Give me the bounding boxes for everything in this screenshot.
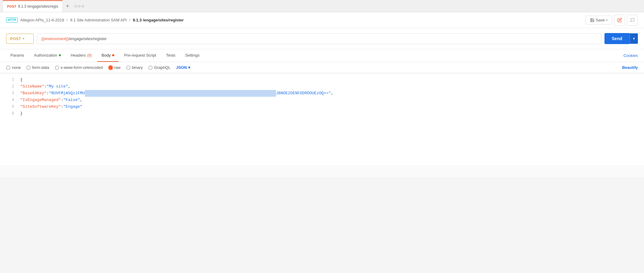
editor-wrapper: 1 { 2 "SiteName":"My site", 3 "Base64Key… — [0, 73, 644, 177]
tab-authorization[interactable]: Allegion APIs_11-6-2019 Authorization — [30, 49, 65, 62]
cookies-link[interactable]: Cookies — [623, 53, 638, 58]
radio-binary[interactable]: binary — [126, 65, 143, 70]
body-type-row: none form-data x-www-form-urlencoded raw… — [0, 62, 644, 73]
url-env-part: {{environment}} — [41, 36, 69, 41]
breadcrumb-bar: HTTP Allegion APIs_11-6-2019 / 9.1 Site … — [0, 12, 644, 28]
breadcrumb-collection[interactable]: Allegion APIs_11-6-2019 — [20, 18, 64, 22]
body-dot — [112, 54, 114, 56]
save-label: Save — [596, 18, 605, 22]
radio-none-label: none — [12, 65, 21, 70]
tab-headers-count: (9) — [87, 53, 92, 58]
save-icon — [590, 18, 594, 22]
comment-button[interactable] — [627, 15, 638, 26]
format-chevron: ▾ — [188, 65, 190, 70]
tab-tests-label: Tests — [166, 53, 175, 58]
code-line-4: 4 "IsEngageManaged":"False", — [0, 97, 644, 103]
radio-urlencoded-circle — [55, 65, 59, 70]
send-main-button[interactable]: Send — [604, 33, 630, 44]
tab-settings-label: Settings — [185, 53, 199, 58]
radio-none[interactable]: none — [6, 65, 21, 70]
send-chevron-button[interactable]: ▾ — [630, 33, 638, 44]
breadcrumb-actions: Save ▾ — [585, 15, 638, 26]
code-line-1: 1 { — [0, 77, 644, 83]
tab-params-label: Params — [10, 53, 24, 58]
http-badge: HTTP — [6, 17, 18, 23]
code-editor[interactable]: 1 { 2 "SiteName":"My site", 3 "Base64Key… — [0, 73, 644, 165]
line-num-4: 4 — [5, 97, 14, 103]
radio-graphql-circle — [148, 65, 153, 70]
method-label: POST — [10, 36, 21, 41]
add-tab-button[interactable]: + — [63, 3, 73, 9]
code-line-5: 5 "SiteSoftwareKey":"Engage" — [0, 103, 644, 110]
url-input[interactable]: {{environment}}/engage/sites/register — [37, 33, 601, 44]
tab-pre-request[interactable]: Pre-request Script — [120, 49, 161, 62]
line-num-2: 2 — [5, 83, 14, 90]
breadcrumb-sep-1: / — [66, 18, 68, 22]
tab-body-label: Body — [102, 53, 111, 58]
format-type: JSON — [176, 65, 187, 70]
more-tabs-button[interactable]: ○○○ — [72, 3, 87, 9]
radio-graphql[interactable]: GraphQL — [148, 65, 170, 70]
code-line-3: 3 "Base64Key":"RUVFMjA5QzlFMU JBNOE2OENF… — [0, 90, 644, 97]
tab-body[interactable]: Body — [97, 49, 119, 62]
radio-none-circle — [6, 65, 10, 70]
redacted-value — [85, 90, 276, 97]
format-select[interactable]: JSON ▾ — [176, 65, 190, 70]
tab-tests[interactable]: Tests — [162, 49, 180, 62]
tab-params[interactable]: Params — [6, 49, 28, 62]
radio-raw-circle — [108, 65, 113, 70]
radio-raw[interactable]: raw — [108, 65, 121, 70]
radio-binary-label: binary — [132, 65, 143, 70]
comment-icon — [630, 18, 635, 22]
breadcrumb-sep-2: / — [129, 18, 131, 22]
tab-headers-label: Headers — [71, 53, 86, 58]
line-num-5: 5 — [5, 103, 14, 110]
radio-raw-label: raw — [114, 65, 121, 70]
save-chevron: ▾ — [606, 18, 608, 22]
radio-form-data-circle — [26, 65, 31, 70]
tab-method: POST — [7, 5, 16, 8]
request-tabs: Params Allegion APIs_11-6-2019 Authoriza… — [0, 49, 644, 62]
edit-button[interactable] — [614, 15, 625, 26]
line-num-3: 3 — [5, 90, 14, 96]
radio-urlencoded[interactable]: x-www-form-urlencoded — [55, 65, 103, 70]
tab-bar: POST 9.1.3 /engage/sites/regis + ○○○ — [0, 0, 644, 12]
radio-form-data-label: form-data — [32, 65, 49, 70]
edit-icon — [617, 18, 622, 22]
radio-form-data[interactable]: form-data — [26, 65, 49, 70]
active-tab[interactable]: POST 9.1.3 /engage/sites/regis — [2, 0, 63, 12]
code-line-6: 6 } — [0, 110, 644, 117]
beautify-button[interactable]: Beautify — [622, 65, 638, 70]
save-button[interactable]: Save ▾ — [585, 16, 612, 24]
tab-headers[interactable]: Headers (9) — [66, 49, 96, 62]
radio-binary-circle — [126, 65, 131, 70]
method-chevron: ▾ — [23, 37, 25, 41]
send-button-group: Send ▾ — [604, 33, 638, 44]
breadcrumb-folder[interactable]: 9.1 Site Administration SAM API — [70, 18, 127, 22]
radio-urlencoded-label: x-www-form-urlencoded — [61, 65, 103, 70]
authorization-dot — [59, 54, 61, 56]
line-num-1: 1 — [5, 77, 14, 83]
tab-path: 9.1.3 /engage/sites/regis — [18, 4, 58, 9]
radio-graphql-label: GraphQL — [154, 65, 170, 70]
tab-settings[interactable]: Settings — [181, 49, 204, 62]
url-path-part: /engage/sites/register — [69, 36, 107, 41]
line-num-6: 6 — [5, 110, 14, 117]
code-line-2: 2 "SiteName":"My site", — [0, 83, 644, 90]
method-select[interactable]: POST ▾ — [6, 34, 34, 44]
tab-pre-request-label: Pre-request Script — [124, 53, 156, 58]
request-bar: POST ▾ {{environment}}/engage/sites/regi… — [0, 28, 644, 49]
breadcrumb-endpoint: 9.1.3 /engage/sites/register — [133, 18, 184, 22]
